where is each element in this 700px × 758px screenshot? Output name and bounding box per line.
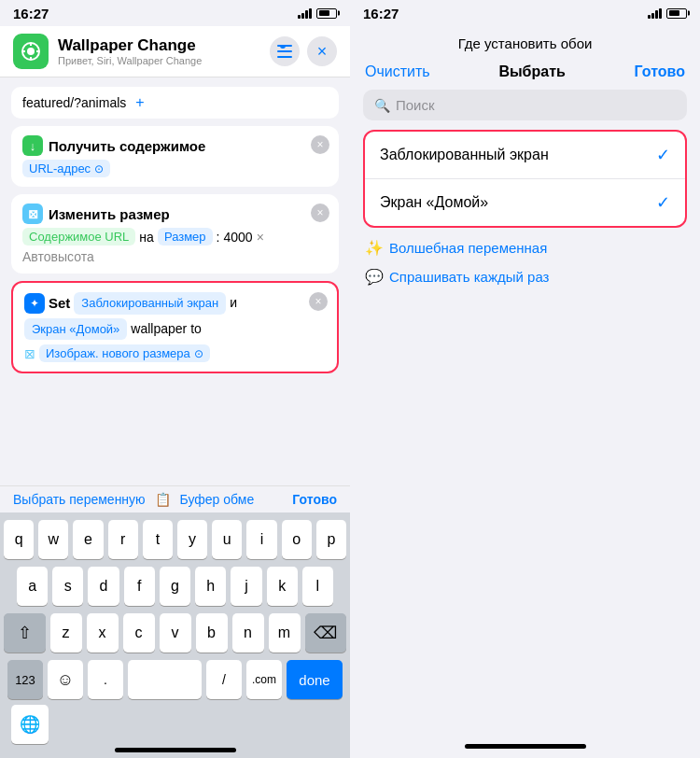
menu-button[interactable] [270,36,300,66]
signal-icon-right [648,8,662,19]
key-row-4: 123 ☺ . / .com done [4,660,346,699]
image-tag[interactable]: Изображ. нового размера ⊙ [39,344,210,362]
modal-title: Где установить обои [458,35,593,51]
close-block3-button[interactable]: × [309,292,328,311]
option-home-screen[interactable]: Экран «Домой» ✓ [365,179,685,226]
key-s[interactable]: s [52,567,83,606]
home-screen-check-icon: ✓ [656,192,670,213]
key-d[interactable]: d [88,567,119,606]
globe-row: 🌐 [4,699,346,744]
key-p[interactable]: p [316,520,346,559]
key-a[interactable]: a [17,567,48,606]
close-block2-button[interactable]: × [311,204,329,222]
app-header-left: Wallpaper Change Привет, Siri, Wallpaper… [13,34,202,69]
url-text: featured/?animals [22,95,126,110]
key-k[interactable]: k [267,567,298,606]
time-right: 16:27 [363,6,399,21]
key-b[interactable]: b [196,613,228,653]
svg-point-1 [27,48,35,55]
key-x[interactable]: x [87,613,119,653]
magic-variable-label: Волшебная переменная [389,240,547,256]
key-row-3: ⇧ z x c v b n m ⌫ [4,613,346,653]
home-indicator-right [465,744,586,749]
resize-icon: ⊠ [22,204,43,224]
key-t[interactable]: t [143,520,173,559]
variable-picker-button[interactable]: Выбрать переменную [13,492,146,507]
clipboard-icon: 📋 [155,492,171,507]
emoji-key[interactable]: ☺ [48,660,83,699]
resize-block: × ⊠ Изменить размер Содержимое URL на Ра… [11,194,339,274]
key-i[interactable]: i [246,520,276,559]
header-buttons: × [270,36,337,66]
status-icons-right [648,8,687,19]
backspace-key[interactable]: ⌫ [305,613,347,653]
url-plus-button[interactable]: + [135,94,144,111]
content-url-tag[interactable]: Содержимое URL [22,228,135,246]
app-title: Wallpaper Change Привет, Siri, Wallpaper… [58,36,202,66]
shortcuts-content: featured/?animals + × ↓ Получить содержи… [0,77,350,485]
dot-key[interactable]: . [88,660,123,699]
key-j[interactable]: j [231,567,261,606]
key-o[interactable]: o [282,520,312,559]
key-w[interactable]: w [38,520,68,559]
option-lock-screen-label: Заблокированный экран [380,147,549,163]
search-bar[interactable]: 🔍 Поиск [363,90,687,120]
key-z[interactable]: z [50,613,82,653]
lock-screen-check-icon: ✓ [656,145,670,165]
set-wallpaper-detail: ⊠ Изображ. нового размера ⊙ [24,344,326,362]
option-lock-screen[interactable]: Заблокированный экран ✓ [365,132,685,179]
dotcom-key[interactable]: .com [246,660,282,699]
key-n[interactable]: n [232,613,264,653]
url-tag[interactable]: URL-адрес ⊙ [22,160,110,177]
get-content-title: ↓ Получить содержимое [22,135,328,156]
magic-variable-icon: ✨ [365,239,384,257]
ask-each-time-button[interactable]: 💬 Спрашивать каждый раз [350,262,700,291]
battery-icon-right [666,8,687,19]
key-row-2: a s d f g h j k l [4,567,346,606]
home-indicator-left [115,748,236,752]
toolbar-done-button[interactable]: Готово [292,492,337,507]
close-header-button[interactable]: × [307,36,337,66]
key-c[interactable]: c [123,613,155,653]
shift-key[interactable]: ⇧ [4,613,46,653]
svg-rect-7 [277,50,292,52]
key-u[interactable]: u [212,520,242,559]
key-r[interactable]: r [108,520,138,559]
space-key[interactable] [128,660,202,699]
app-icon [13,34,49,69]
key-e[interactable]: e [73,520,103,559]
magic-variable-button[interactable]: ✨ Волшебная переменная [350,228,700,262]
key-g[interactable]: g [160,567,190,606]
screen1-tag[interactable]: Заблокированный экран [74,292,226,315]
modal-nav: Очистить Выбрать Готово [350,58,700,90]
size-tag[interactable]: Размер [158,228,213,246]
url-bar[interactable]: featured/?animals + [11,87,339,119]
set-icon: ✦ [24,293,45,314]
svg-rect-8 [277,56,292,58]
status-bar-left: 16:27 [0,0,350,26]
key-y[interactable]: y [177,520,207,559]
signal-icon [298,8,312,19]
slash-key[interactable]: / [206,660,242,699]
bottom-toolbar: Выбрать переменную 📋 Буфер обме Готово [0,485,350,512]
done-button[interactable]: Готово [635,63,685,80]
get-content-detail: URL-адрес ⊙ [22,160,328,177]
key-q[interactable]: q [4,520,34,559]
buffer-button[interactable]: Буфер обме [180,492,255,507]
clear-button[interactable]: Очистить [365,63,430,80]
keyboard: q w e r t y u i o p a s d f g h j k l ⇧ … [0,512,350,758]
done-key[interactable]: done [287,660,343,699]
key-v[interactable]: v [160,613,191,653]
key-l[interactable]: l [302,567,333,606]
globe-key[interactable]: 🌐 [11,705,49,744]
key-m[interactable]: m [269,613,301,653]
search-placeholder: Поиск [396,97,435,113]
options-list: Заблокированный экран ✓ Экран «Домой» ✓ [363,130,687,228]
battery-icon [316,8,337,19]
left-panel: 16:27 [0,0,350,758]
screen2-tag[interactable]: Экран «Домой» [24,318,127,341]
close-block1-button[interactable]: × [311,135,329,154]
num-key[interactable]: 123 [7,660,43,699]
key-h[interactable]: h [195,567,226,606]
key-f[interactable]: f [124,567,155,606]
